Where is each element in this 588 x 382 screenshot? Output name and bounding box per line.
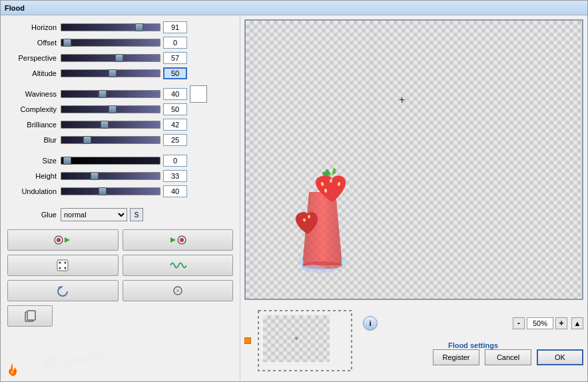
- mini-thumbnail: +: [263, 315, 330, 362]
- preview-canvas[interactable]: +: [244, 19, 583, 300]
- zoom-controls: - +: [513, 317, 567, 329]
- blur-slider[interactable]: [61, 136, 160, 144]
- height-value[interactable]: [163, 170, 187, 182]
- waviness-value[interactable]: [163, 88, 187, 100]
- dice-button[interactable]: [7, 255, 119, 276]
- size-row: Size: [7, 154, 233, 167]
- wave-button[interactable]: [123, 255, 234, 276]
- record-play-button[interactable]: [7, 229, 119, 251]
- perspective-value[interactable]: [163, 52, 187, 64]
- svg-point-13: [176, 289, 179, 292]
- size-label: Size: [7, 157, 61, 165]
- altitude-value[interactable]: [163, 67, 187, 79]
- glue-label: Glue: [7, 211, 61, 219]
- complexity-slider[interactable]: [61, 105, 160, 113]
- horizon-label: Horizon: [7, 23, 61, 31]
- complexity-row: Complexity: [7, 103, 233, 116]
- offset-row: Offset: [7, 36, 233, 49]
- offset-slider[interactable]: [61, 39, 160, 47]
- offset-value[interactable]: [163, 37, 187, 49]
- flood-dialog: Flood Horizon Offset Perspecti: [0, 0, 588, 382]
- zoom-out-button[interactable]: -: [513, 317, 525, 329]
- zoom-in-button[interactable]: +: [555, 317, 567, 329]
- app-logo: [5, 361, 21, 377]
- color-picker[interactable]: [190, 85, 207, 103]
- svg-rect-15: [27, 311, 35, 320]
- flood-settings-label: Flood settings: [363, 341, 583, 349]
- blur-label: Blur: [7, 136, 61, 144]
- undulation-row: Undulation: [7, 185, 233, 198]
- altitude-slider[interactable]: [61, 69, 160, 77]
- waviness-label: Waviness: [7, 90, 61, 98]
- svg-point-9: [59, 267, 61, 269]
- svg-point-8: [65, 262, 67, 264]
- zoom-value[interactable]: [527, 317, 553, 329]
- copy-button-row: [7, 305, 233, 327]
- complexity-label: Complexity: [7, 105, 61, 113]
- brilliance-value[interactable]: [163, 119, 187, 131]
- brilliance-slider[interactable]: [61, 121, 160, 129]
- brilliance-label: Brilliance: [7, 121, 61, 129]
- watermark: 🌿 Sylwane: [39, 344, 105, 373]
- undulation-slider[interactable]: [61, 187, 160, 195]
- svg-point-10: [65, 267, 67, 269]
- thumbnail-container: +: [255, 307, 355, 374]
- height-slider[interactable]: [61, 172, 160, 180]
- perspective-row: Perspective: [7, 51, 233, 65]
- register-button[interactable]: Register: [433, 349, 479, 365]
- undo-button[interactable]: [7, 280, 119, 301]
- offset-label: Offset: [7, 39, 61, 47]
- bottom-row: + i - + ▲: [244, 304, 583, 377]
- size-value[interactable]: [163, 155, 187, 167]
- horizon-slider[interactable]: [61, 23, 160, 31]
- window-title: Flood: [5, 4, 25, 12]
- rotate-button[interactable]: [123, 280, 234, 301]
- height-label: Height: [7, 172, 61, 180]
- indicator-dot: [244, 337, 251, 344]
- ok-button[interactable]: OK: [537, 349, 583, 365]
- blur-row: Blur: [7, 133, 233, 147]
- scroll-up-button[interactable]: ▲: [571, 317, 583, 329]
- svg-point-22: [308, 215, 310, 219]
- perspective-label: Perspective: [7, 54, 61, 62]
- glue-row: Glue normal multiply screen overlay S: [7, 208, 233, 221]
- svg-rect-6: [57, 260, 68, 271]
- thumb-crosshair: +: [294, 334, 298, 343]
- title-bar: Flood: [1, 1, 587, 15]
- glue-icon-button[interactable]: S: [130, 208, 143, 221]
- altitude-label: Altitude: [7, 69, 61, 77]
- svg-marker-2: [65, 237, 70, 243]
- cancel-button[interactable]: Cancel: [485, 349, 531, 365]
- complexity-value[interactable]: [163, 103, 187, 115]
- left-panel: Horizon Offset Perspective: [1, 15, 240, 381]
- svg-marker-3: [170, 237, 176, 243]
- copy-button[interactable]: [7, 305, 53, 327]
- glue-select[interactable]: normal multiply screen overlay: [61, 208, 127, 221]
- perspective-slider[interactable]: [61, 54, 160, 62]
- top-controls: i - + ▲: [363, 316, 583, 331]
- blur-value[interactable]: [163, 134, 187, 146]
- height-row: Height: [7, 169, 233, 183]
- horizon-row: Horizon: [7, 21, 233, 34]
- svg-point-7: [59, 262, 61, 264]
- waviness-row: Waviness: [7, 87, 233, 101]
- info-button[interactable]: i: [363, 316, 378, 331]
- horizon-value[interactable]: [163, 21, 187, 33]
- svg-point-5: [180, 238, 184, 242]
- action-buttons: [7, 229, 233, 301]
- svg-point-1: [57, 238, 61, 242]
- undulation-label: Undulation: [7, 187, 61, 195]
- altitude-row: Altitude: [7, 67, 233, 80]
- dialog-buttons: Register Cancel OK: [363, 349, 583, 365]
- controls-section: i - + ▲ Flood settings Register Can: [359, 316, 583, 365]
- brilliance-row: Brilliance: [7, 118, 233, 131]
- undulation-value[interactable]: [163, 185, 187, 197]
- cursor-crosshair: +: [399, 94, 405, 106]
- waviness-slider[interactable]: [61, 90, 160, 98]
- right-panel: + +: [240, 15, 587, 381]
- play-record-button[interactable]: [123, 229, 234, 251]
- size-slider[interactable]: [61, 157, 160, 165]
